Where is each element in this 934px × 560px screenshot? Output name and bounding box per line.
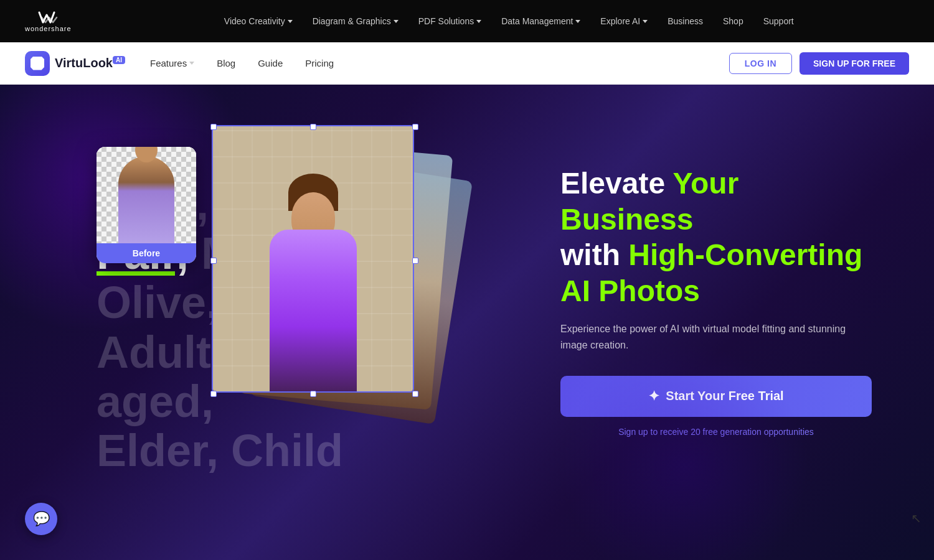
- wondershare-logo-icon: [38, 10, 58, 25]
- before-card-image: [97, 147, 196, 243]
- hero-title-line2: with: [560, 238, 628, 271]
- top-nav-item-explore-ai[interactable]: Explore AI: [600, 16, 648, 26]
- top-nav-items: Video Creativity Diagram & Graphics PDF …: [109, 16, 909, 26]
- chevron-down-icon: [643, 20, 648, 23]
- top-nav-item-pdf-solutions[interactable]: PDF Solutions: [418, 16, 481, 26]
- model-photo-bg: [213, 126, 413, 391]
- model-body: [270, 230, 357, 391]
- sub-nav-item-features[interactable]: Features: [150, 58, 194, 68]
- cursor-icon: ↖: [911, 511, 922, 526]
- top-nav-item-business[interactable]: Business: [667, 16, 703, 26]
- main-model-image: [212, 125, 414, 393]
- top-nav-item-support[interactable]: Support: [763, 16, 794, 26]
- signup-button[interactable]: SIGN UP FOR FREE: [800, 52, 909, 75]
- hero-title-line1: Elevate: [560, 167, 673, 200]
- chevron-down-icon: [575, 20, 580, 23]
- selection-handle-bottom-center[interactable]: [310, 391, 316, 397]
- wondershare-logo[interactable]: wondershare: [25, 10, 72, 32]
- before-card: Before: [97, 147, 196, 263]
- before-person-image: [118, 156, 174, 243]
- virtulook-product-name: VirtuLookAI: [55, 56, 125, 70]
- hero-title: Elevate Your Business with High-Converti…: [560, 166, 872, 309]
- selection-handle-top-right[interactable]: [412, 124, 418, 130]
- chat-icon: 💬: [33, 511, 50, 527]
- start-trial-button[interactable]: ✦ Start Your Free Trial: [560, 376, 872, 417]
- sub-navigation: VirtuLookAI Features Blog Guide Pricing …: [0, 42, 934, 85]
- sub-nav-item-pricing[interactable]: Pricing: [305, 58, 334, 68]
- sub-nav-actions: LOG IN SIGN UP FOR FREE: [729, 52, 909, 75]
- top-nav-item-diagram-graphics[interactable]: Diagram & Graphics: [313, 16, 399, 26]
- chevron-down-icon: [476, 20, 481, 23]
- sub-nav-items: Features Blog Guide Pricing: [150, 58, 729, 68]
- hero-subtitle: Experience the power of AI with virtual …: [560, 321, 872, 353]
- hero-right-content: Elevate Your Business with High-Converti…: [560, 166, 872, 437]
- top-nav-item-data-management[interactable]: Data Management: [501, 16, 580, 26]
- hero-title-accent2: High-Converting: [628, 238, 862, 271]
- selection-handle-mid-right[interactable]: [412, 258, 418, 264]
- chat-button[interactable]: 💬: [25, 503, 57, 535]
- chevron-down-icon: [288, 20, 293, 23]
- signup-note[interactable]: Sign up to receive 20 free generation op…: [560, 427, 872, 437]
- login-button[interactable]: LOG IN: [729, 53, 792, 74]
- hero-title-accent3: AI Photos: [560, 274, 700, 307]
- virtulook-logo-icon: [25, 51, 50, 76]
- selection-handle-mid-left[interactable]: [210, 258, 217, 264]
- before-label: Before: [97, 243, 196, 263]
- hero-section: Before ↖ Set a model Male, Female, Fair,…: [0, 85, 934, 560]
- ai-badge: AI: [113, 56, 125, 64]
- sub-nav-item-blog[interactable]: Blog: [217, 58, 235, 68]
- top-nav-item-shop[interactable]: Shop: [723, 16, 743, 26]
- star-icon: ✦: [648, 388, 659, 404]
- virtulook-brand[interactable]: VirtuLookAI: [25, 51, 125, 76]
- selection-handle-top-left[interactable]: [210, 124, 217, 130]
- selection-handle-top-center[interactable]: [310, 124, 316, 130]
- chevron-down-icon: [394, 20, 399, 23]
- chevron-down-icon: [189, 62, 194, 65]
- top-navigation: wondershare Video Creativity Diagram & G…: [0, 0, 934, 42]
- top-nav-item-video-creativity[interactable]: Video Creativity: [224, 16, 293, 26]
- sub-nav-item-guide[interactable]: Guide: [258, 58, 283, 68]
- animated-text-line5: Elder, Child: [97, 426, 343, 475]
- selection-handle-bottom-left[interactable]: [210, 391, 217, 397]
- selection-handle-bottom-right[interactable]: [412, 391, 418, 397]
- wondershare-brand-name: wondershare: [25, 25, 72, 32]
